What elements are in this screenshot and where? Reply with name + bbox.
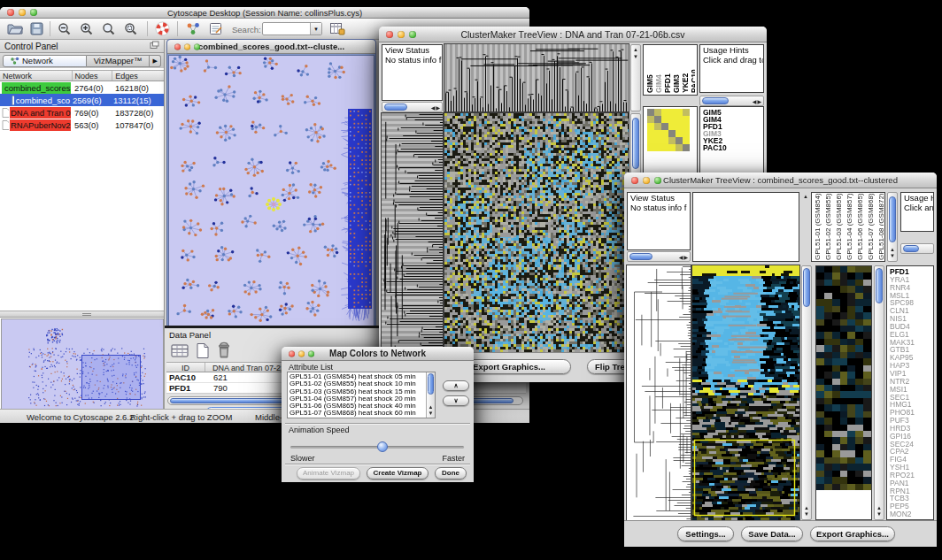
zoom-button[interactable] xyxy=(194,43,200,50)
open-session-icon[interactable] xyxy=(7,22,24,39)
move-down-button[interactable]: ∨ xyxy=(443,395,469,406)
network-frame-titlebar[interactable]: combined_scores_good.txt--cluste... xyxy=(167,40,375,54)
similarity-matrix-canvas[interactable] xyxy=(647,109,690,151)
table-mode-icon[interactable] xyxy=(170,342,189,363)
zoom-in-icon[interactable] xyxy=(80,22,94,40)
close-button[interactable] xyxy=(174,43,181,50)
zoom-column-label[interactable]: GPL51-02 (GSM855) xyxy=(824,194,834,260)
heatmap-vscrollbar[interactable]: ▲▼ xyxy=(801,265,812,520)
map-colors-dialog: Map Colors to Network Attribute List GPL… xyxy=(282,347,474,482)
column-label[interactable]: GIM5 xyxy=(646,47,654,93)
column-label[interactable]: PAC10 xyxy=(691,47,695,93)
attribute-listbox[interactable]: GPL51-01 (GSM854) heat shock 05 minGPL51… xyxy=(287,372,436,418)
animate-vizmap-button[interactable]: Animate Vizmap xyxy=(297,467,360,479)
table-row-selected[interactable]: combined_sco 2569(6) 13112(15) xyxy=(0,94,164,106)
settings-button[interactable]: Settings... xyxy=(677,526,734,541)
attribute-list-scrollbar[interactable]: ▲▼ xyxy=(426,372,435,418)
usage-hints-hscrollbar[interactable]: ◀▶ xyxy=(699,96,764,106)
column-label[interactable]: PFD1 xyxy=(664,47,672,93)
save-data-button[interactable]: Save Data... xyxy=(741,526,803,541)
toolbar-separator xyxy=(50,21,50,36)
zoom-out-icon[interactable] xyxy=(58,22,72,40)
zoom-selected-icon[interactable] xyxy=(124,22,138,40)
column-tree-scrollbar[interactable]: ▲ xyxy=(801,192,810,262)
zoom-column-label[interactable]: GPL51-01 (GSM854) xyxy=(814,194,823,260)
column-label[interactable]: YKE2 xyxy=(682,47,690,93)
new-attribute-icon[interactable] xyxy=(195,342,211,363)
attribute-list-item[interactable]: GPL51-07 (GSM868) heat shock 60 min xyxy=(290,410,433,417)
network-canvas[interactable] xyxy=(169,56,374,326)
view-status-hscrollbar[interactable]: ◀▶ xyxy=(382,102,443,112)
search-dropdown-arrow[interactable]: ▼ xyxy=(310,23,321,35)
close-button[interactable] xyxy=(631,177,638,184)
network-manager-icon[interactable] xyxy=(186,22,201,39)
help-lifering-icon[interactable] xyxy=(155,21,170,40)
export-graphics-button[interactable]: Export Graphics... xyxy=(810,526,895,541)
close-button[interactable] xyxy=(289,350,295,357)
zoom-column-label[interactable]: GPL51-03 (GSM856) xyxy=(835,194,845,260)
minimize-button[interactable] xyxy=(19,9,26,16)
zoom-column-label[interactable]: GPL51-08 (GSM872) xyxy=(877,194,884,260)
status-hint-middle: Middle- xyxy=(255,412,282,422)
tab-network[interactable]: Network xyxy=(3,55,87,67)
row-dendrogram-canvas[interactable] xyxy=(627,265,691,520)
network-overview-canvas[interactable] xyxy=(2,319,163,413)
zoom-heatmap-canvas[interactable] xyxy=(816,266,871,490)
delete-attribute-icon[interactable] xyxy=(216,341,232,363)
tab-vizmapper[interactable]: VizMapper™ xyxy=(87,55,150,67)
zoom-fit-icon[interactable] xyxy=(102,22,116,40)
annotation-icon[interactable] xyxy=(209,22,223,39)
network-view-window: combined_scores_good.txt--cluste... xyxy=(166,39,376,327)
create-vizmap-button[interactable]: Create Vizmap xyxy=(367,467,429,479)
close-button[interactable] xyxy=(386,31,393,38)
table-row[interactable]: RNAPuberNov2+ 563(0) 107847(0) xyxy=(0,119,164,131)
gene-label[interactable]: MON2 xyxy=(890,510,930,518)
row-dendrogram-canvas[interactable] xyxy=(382,113,443,352)
treeview-dna-title: ClusterMaker TreeView : DNA and Tran 07-… xyxy=(460,29,684,40)
treeview-dna-titlebar[interactable]: ClusterMaker TreeView : DNA and Tran 07-… xyxy=(379,27,767,42)
zoom-column-label[interactable]: GPL51-04 (GSM857) xyxy=(845,194,855,260)
heatmap-canvas[interactable] xyxy=(692,265,799,520)
attribute-browser-icon[interactable] xyxy=(329,22,345,39)
minimize-button[interactable] xyxy=(643,177,650,184)
panel-splitter[interactable] xyxy=(0,311,164,318)
close-button[interactable] xyxy=(7,9,14,16)
dialog-titlebar[interactable]: Map Colors to Network xyxy=(282,347,474,361)
data-panel-title: Data Panel xyxy=(169,330,211,340)
zoom-column-label[interactable]: GPL51-06 (GSM865) xyxy=(856,194,866,260)
gene-list-vscrollbar[interactable]: ▲▼ xyxy=(874,265,884,520)
column-label[interactable]: GIM3 xyxy=(673,47,681,93)
column-label[interactable]: GIM4 xyxy=(655,47,663,93)
col-network[interactable]: Network xyxy=(0,71,73,81)
search-input[interactable] xyxy=(263,23,310,35)
animation-speed-slider[interactable] xyxy=(290,441,464,454)
zoom-button[interactable] xyxy=(30,9,37,16)
heatmap-canvas[interactable] xyxy=(444,113,629,352)
save-session-icon[interactable] xyxy=(30,22,43,39)
slider-thumb[interactable] xyxy=(377,441,388,452)
zoom-button[interactable] xyxy=(409,31,416,38)
table-row[interactable]: DNA and Tran 07 769(0) 183728(0) xyxy=(0,106,164,119)
main-titlebar[interactable]: Cytoscape Desktop (Session Name: collins… xyxy=(0,7,529,19)
usage-hints-hscrollbar[interactable] xyxy=(900,243,934,254)
treeview-combined-titlebar[interactable]: ClusterMaker TreeView : combined_scores_… xyxy=(624,173,937,188)
matrix-row-label[interactable]: PAC10 xyxy=(703,144,761,151)
minimize-button[interactable] xyxy=(184,43,190,50)
zoom-labels-vscrollbar[interactable]: ▲▼ xyxy=(887,192,898,262)
col-edges[interactable]: Edges xyxy=(112,71,164,81)
column-dendrogram-canvas[interactable] xyxy=(444,44,629,111)
float-panel-icon[interactable] xyxy=(150,41,159,51)
minimize-button[interactable] xyxy=(298,350,305,357)
zoom-column-label[interactable]: GPL51-07 (GSM868) xyxy=(867,194,876,260)
search-combobox[interactable]: ▼ xyxy=(262,22,322,35)
table-row[interactable]: combined_scores 2764(0) 16218(0) xyxy=(0,81,164,94)
done-button[interactable]: Done xyxy=(435,467,467,479)
view-status-hscrollbar[interactable]: ◀▶ xyxy=(627,251,691,262)
minimize-button[interactable] xyxy=(398,31,405,38)
col-nodes[interactable]: Nodes xyxy=(73,71,113,81)
zoom-button[interactable] xyxy=(308,350,314,357)
column-tree-scrollbar[interactable]: ▲▼ xyxy=(630,44,641,111)
id-column-header[interactable]: ID xyxy=(166,363,205,372)
tab-overflow-arrow[interactable]: ▶ xyxy=(150,55,161,67)
move-up-button[interactable]: ∧ xyxy=(443,380,469,391)
